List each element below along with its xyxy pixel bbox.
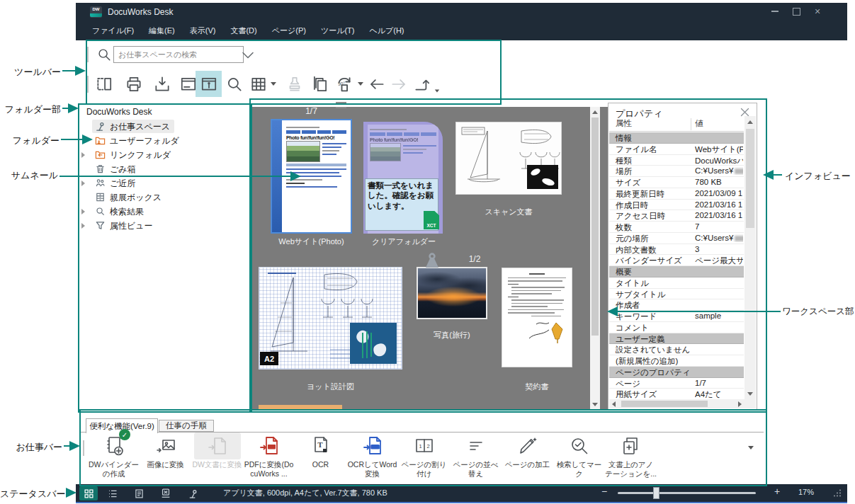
facing-pages-button[interactable] [94, 74, 114, 94]
column-header-attribute[interactable]: 属性 [616, 118, 632, 129]
back-button[interactable] [367, 74, 387, 94]
stamp-tool-icon[interactable] [157, 486, 175, 500]
resize-grip-icon[interactable] [832, 488, 842, 498]
property-section[interactable]: 概要 [609, 266, 744, 277]
taskbar-item-7[interactable]: ページの並べ替え [450, 431, 502, 481]
search-options-chevron-icon[interactable] [241, 51, 255, 60]
sidebar-item-user-folder[interactable]: ユーザーフォルダ [79, 134, 248, 148]
property-row[interactable]: キーワードsample [609, 311, 744, 322]
taskbar-item-1[interactable]: 画像に変換 [140, 431, 191, 481]
taskbar-grip[interactable] [83, 440, 84, 456]
close-button[interactable]: ✕ [809, 4, 826, 18]
menu-item-3[interactable]: 文書(D) [230, 25, 256, 36]
column-header-value[interactable]: 値 [695, 118, 703, 129]
copy-pages-button[interactable] [310, 74, 330, 94]
up-level-button[interactable] [412, 74, 432, 94]
chevron-right-icon[interactable] [81, 181, 85, 186]
thumbnail-view-button[interactable] [79, 486, 98, 500]
taskbar-item-4[interactable]: TOCR [295, 431, 346, 481]
workspace-lamp-icon[interactable] [183, 486, 202, 500]
property-row[interactable]: サブタイトル [609, 289, 744, 300]
property-row[interactable]: 設定されていません [609, 344, 744, 355]
thumbnail-clear-folder[interactable]: Photo fun!fun!fun!GO! 書類一式をいれました。確認をお願いし… [363, 122, 443, 234]
property-section[interactable]: ユーザー定義 [609, 333, 744, 345]
zoom-slider-thumb[interactable] [653, 487, 659, 499]
property-row[interactable]: ファイル名Webサイト(Pho [609, 144, 744, 155]
rotate-dropdown-icon[interactable] [358, 82, 363, 86]
zoom-slider-track[interactable] [618, 492, 756, 494]
zoom-out-button[interactable]: − [601, 486, 607, 497]
search-input[interactable] [113, 46, 244, 63]
taskbar-item-8[interactable]: ページの加工 [502, 431, 553, 481]
property-row[interactable]: 作成者 [609, 299, 744, 311]
properties-hscrollbar[interactable] [609, 399, 756, 408]
taskbar-item-5[interactable]: DOCXOCRしてWord変換 [346, 431, 398, 481]
grid-view-dropdown-icon[interactable] [271, 82, 276, 86]
property-row[interactable]: タイトル [609, 277, 744, 289]
property-row[interactable]: ページ1/7 [609, 378, 744, 389]
chevron-right-icon[interactable] [81, 152, 85, 158]
sidebar-item-workspace-lamp[interactable]: お仕事スペース [79, 120, 248, 134]
taskbar-toggle-button[interactable] [179, 74, 198, 94]
import-button[interactable] [152, 74, 172, 94]
property-row[interactable]: 用紙サイズA4たて [609, 389, 744, 400]
sidebar-item-link-folder[interactable]: リンクフォルダ [79, 148, 248, 162]
sidebar-item-attribute-view[interactable]: 属性ビュー [79, 219, 248, 233]
forward-button[interactable] [389, 74, 409, 94]
stamp-button[interactable] [285, 74, 305, 94]
property-row[interactable]: 種類DocuWorksバ [609, 155, 744, 166]
list-view-button[interactable] [103, 486, 122, 500]
rotate-90-button[interactable]: 90° [334, 74, 354, 94]
workspace-scroll-thumb[interactable] [591, 118, 599, 336]
property-row[interactable]: 作成日時2021/03/16 1 [609, 200, 744, 211]
taskbar-item-10[interactable]: 文書上のアノテーションを... [605, 431, 657, 481]
property-section[interactable]: 情報 [609, 132, 744, 144]
menu-item-6[interactable]: ヘルプ(H) [369, 25, 404, 36]
zoom-search-button[interactable] [225, 74, 244, 94]
menu-item-1[interactable]: 編集(E) [149, 25, 175, 36]
property-row[interactable]: 最終更新日時2021/03/09 1 [609, 188, 744, 200]
thumbnail-contract[interactable] [502, 268, 572, 367]
properties-vscroll-thumb[interactable] [746, 129, 754, 228]
property-row[interactable]: 場所C:¥Users¥ [609, 166, 744, 177]
up-level-dropdown-icon[interactable] [435, 90, 439, 93]
thumbnail-scan-document[interactable] [455, 122, 562, 195]
taskbar-item-9[interactable]: 検索してマーク [553, 431, 605, 481]
property-section[interactable]: ページのプロパティ [609, 367, 744, 378]
property-row[interactable]: コメント [609, 322, 744, 333]
menu-item-0[interactable]: ファイル(F) [92, 25, 134, 36]
zoom-in-button[interactable]: + [774, 486, 780, 497]
properties-vscrollbar[interactable] [744, 116, 756, 400]
scroll-down-icon[interactable] [592, 403, 598, 406]
toolbar2-grip[interactable] [87, 76, 89, 93]
taskbar-item-6[interactable]: 12ページの割り付け [398, 431, 450, 481]
menu-item-2[interactable]: 表示(V) [190, 25, 216, 36]
chevron-right-icon[interactable] [81, 223, 85, 229]
taskbar-item-0[interactable]: ✓DWバインダーの作成 [88, 431, 140, 481]
property-row[interactable]: 元の場所C:¥Users¥ [609, 233, 744, 244]
property-row[interactable]: アクセス日時2021/03/16 1 [609, 210, 744, 222]
property-row[interactable]: バインダーサイズページ最大サイ [609, 255, 744, 266]
document-view-button[interactable] [130, 486, 148, 500]
chevron-right-icon[interactable] [81, 209, 85, 214]
taskbar-overflow-dropdown-icon[interactable] [748, 446, 754, 449]
menu-item-4[interactable]: ページ(P) [272, 25, 306, 36]
thumbnail-travel-photo[interactable] [417, 267, 487, 319]
minimize-button[interactable] [766, 4, 783, 18]
grid-view-button[interactable] [249, 74, 268, 94]
property-row[interactable]: (新規属性の追加) [609, 355, 744, 367]
properties-hscroll-thumb[interactable] [621, 401, 708, 407]
sidebar-item-neighborhood[interactable]: ご近所 [79, 176, 248, 190]
property-row[interactable]: 枚数7 [609, 222, 744, 233]
thumbnail-yacht-blueprint[interactable] [259, 267, 402, 370]
sidebar-item-confidential-box[interactable]: 親展ボックス [79, 190, 248, 205]
tree-root[interactable]: DocuWorks Desk [86, 107, 152, 117]
sidebar-item-search-results[interactable]: 検索結果 [79, 205, 248, 219]
property-row[interactable]: サイズ780 KB [609, 177, 744, 188]
infoview-toggle-button[interactable] [199, 74, 219, 94]
print-button[interactable] [124, 74, 144, 94]
menu-item-5[interactable]: ツール(T) [321, 25, 355, 36]
toolbar-grip[interactable] [87, 47, 89, 62]
taskbar-item-3[interactable]: PDFPDFに変換(DocuWorks ... [243, 431, 295, 481]
maximize-button[interactable] [788, 4, 805, 18]
